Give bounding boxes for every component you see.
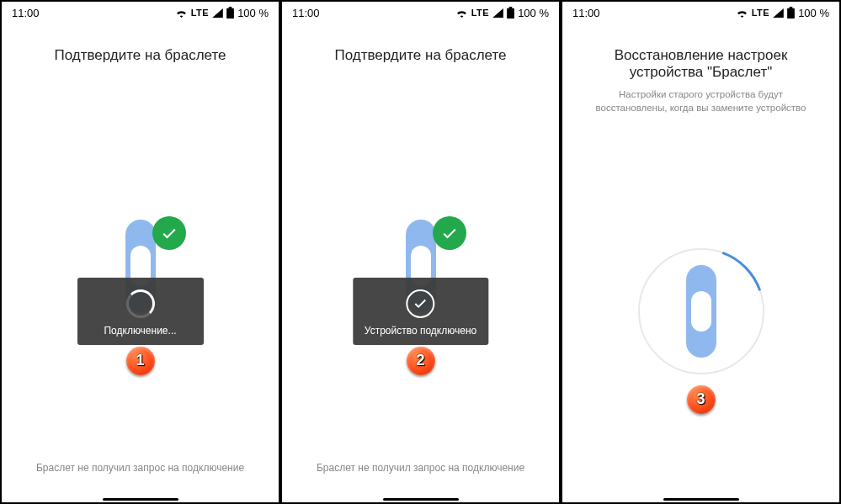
title-area: Подтвердите на браслете [2,24,279,69]
progress-ring [634,244,769,379]
battery-icon [787,7,795,19]
signal-icon [212,8,223,18]
home-indicator[interactable] [103,498,178,501]
battery-percent: 100 % [798,7,829,19]
checkmark-badge-icon [433,216,466,250]
title-area: Восстановление настроек устройства "Брас… [562,24,839,119]
lte-label: LTE [191,8,209,18]
wifi-icon [455,8,468,18]
toast: Подключение... [77,278,204,345]
bottom-help-link[interactable]: Браслет не получил запрос на подключение [282,462,559,502]
screen-3: 11:00 LTE 100 % Восстановление настроек … [561,0,841,504]
battery-percent: 100 % [237,7,269,19]
screen-2: 11:00 LTE 100 % Подтвердите на браслете … [280,0,561,504]
battery-icon [226,7,234,19]
status-indicators: LTE 100 % [455,7,549,19]
step-marker: 1 [126,347,155,375]
toast-text: Подключение... [104,325,176,337]
lte-label: LTE [471,8,489,18]
page-title: Подтвердите на браслете [17,47,263,64]
center-stage: Устройство подключено 2 [282,69,559,462]
status-time: 11:00 [572,7,600,19]
bottom-help-link[interactable]: Браслет не получил запрос на подключение [2,462,279,502]
status-time: 11:00 [292,7,320,19]
screen-1: 11:00 LTE 100 % Подтвердите на браслете … [0,0,280,504]
lte-label: LTE [752,8,769,18]
title-area: Подтвердите на браслете [282,24,559,69]
wifi-icon [736,8,748,18]
checkmark-badge-icon [152,216,186,250]
status-bar: 11:00 LTE 100 % [282,2,559,24]
center-stage: Подключение... 1 [2,69,279,462]
step-marker: 2 [407,347,435,375]
check-ring-icon [407,289,435,318]
wifi-icon [175,8,188,18]
home-indicator[interactable] [663,498,739,501]
status-indicators: LTE 100 % [736,7,829,19]
toast-text: Устройство подключено [365,325,476,337]
battery-icon [507,7,514,19]
status-indicators: LTE 100 % [175,7,269,19]
signal-icon [492,8,503,18]
status-bar: 11:00 LTE 100 % [2,2,279,24]
page-subtitle: Настройки старого устройства будут восст… [578,88,824,114]
status-time: 11:00 [12,7,40,19]
step-marker: 3 [687,385,716,414]
status-bar: 11:00 LTE 100 % [562,2,839,24]
toast: Устройство подключено [353,278,488,345]
bracelet-face [691,291,711,332]
home-indicator[interactable] [383,498,459,501]
bracelet-illustration [686,265,716,358]
spinner-icon [126,289,155,318]
page-title: Восстановление настроек устройства "Брас… [578,47,824,81]
signal-icon [773,8,784,18]
center-stage: 3 [562,119,839,502]
page-title: Подтвердите на браслете [297,47,544,64]
battery-percent: 100 % [518,7,549,19]
